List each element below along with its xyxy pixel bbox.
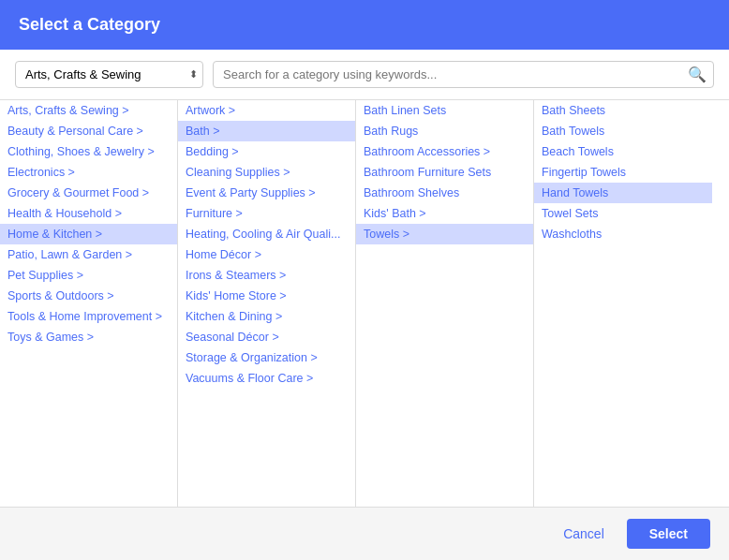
list-item[interactable]: Pet Supplies > xyxy=(0,265,177,286)
list-item[interactable]: Toys & Games > xyxy=(0,327,177,347)
footer: Cancel Select xyxy=(0,507,729,560)
list-item[interactable]: Furniture > xyxy=(178,203,355,224)
list-item[interactable]: Hand Towels xyxy=(534,183,712,203)
search-wrap: 🔍 xyxy=(213,61,714,88)
list-item[interactable]: Health & Household > xyxy=(0,203,177,224)
list-item[interactable]: Bath Rugs xyxy=(356,121,533,141)
list-item[interactable]: Kids' Home Store > xyxy=(178,286,355,306)
list-item[interactable]: Electronics > xyxy=(0,162,177,183)
list-item[interactable]: Heating, Cooling & Air Quali... xyxy=(178,224,355,244)
select-category-modal: Select a Category Arts, Crafts & SewingB… xyxy=(0,0,729,560)
list-item[interactable]: Sports & Outdoors > xyxy=(0,286,177,306)
list-item[interactable]: Beauty & Personal Care > xyxy=(0,121,177,141)
columns-container: Arts, Crafts & Sewing >Beauty & Personal… xyxy=(0,100,729,507)
list-item[interactable]: Event & Party Supplies > xyxy=(178,183,355,203)
list-item[interactable]: Patio, Lawn & Garden > xyxy=(0,244,177,265)
list-item[interactable]: Home & Kitchen > xyxy=(0,224,177,244)
list-item[interactable]: Kitchen & Dining > xyxy=(178,306,355,327)
list-item[interactable]: Irons & Steamers > xyxy=(178,265,355,286)
column-col4: Bath SheetsBath TowelsBeach TowelsFinger… xyxy=(534,100,712,507)
list-item[interactable]: Bath Linen Sets xyxy=(356,100,533,121)
list-item[interactable]: Seasonal Décor > xyxy=(178,327,355,347)
list-item[interactable]: Kids' Bath > xyxy=(356,203,533,224)
list-item[interactable]: Bathroom Accessories > xyxy=(356,141,533,162)
list-item[interactable]: Grocery & Gourmet Food > xyxy=(0,183,177,203)
column-col2: Artwork >Bath >Bedding >Cleaning Supplie… xyxy=(178,100,356,507)
modal-title: Select a Category xyxy=(19,15,160,34)
columns-scroll-area[interactable]: Arts, Crafts & Sewing >Beauty & Personal… xyxy=(0,100,729,507)
search-button[interactable]: 🔍 xyxy=(688,66,707,83)
cancel-button[interactable]: Cancel xyxy=(552,519,616,549)
column-col3: Bath Linen SetsBath RugsBathroom Accesso… xyxy=(356,100,534,507)
list-item[interactable]: Bath > xyxy=(178,121,355,141)
list-item[interactable]: Clothing, Shoes & Jewelry > xyxy=(0,141,177,162)
list-item[interactable]: Bedding > xyxy=(178,141,355,162)
search-input[interactable] xyxy=(213,61,714,88)
list-item[interactable]: Beach Towels xyxy=(534,141,712,162)
list-item[interactable]: Bath Sheets xyxy=(534,100,712,121)
category-dropdown-wrap: Arts, Crafts & SewingBeauty & Personal C… xyxy=(15,61,203,88)
list-item[interactable]: Bathroom Shelves xyxy=(356,183,533,203)
list-item[interactable]: Towels > xyxy=(356,224,533,244)
list-item[interactable]: Vacuums & Floor Care > xyxy=(178,368,355,389)
column-col1: Arts, Crafts & Sewing >Beauty & Personal… xyxy=(0,100,178,507)
list-item[interactable]: Tools & Home Improvement > xyxy=(0,306,177,327)
list-item[interactable]: Fingertip Towels xyxy=(534,162,712,183)
select-button[interactable]: Select xyxy=(627,519,710,549)
list-item[interactable]: Arts, Crafts & Sewing > xyxy=(0,100,177,121)
list-item[interactable]: Artwork > xyxy=(178,100,355,121)
list-item[interactable]: Home Décor > xyxy=(178,244,355,265)
list-item[interactable]: Storage & Organization > xyxy=(178,347,355,368)
category-dropdown[interactable]: Arts, Crafts & SewingBeauty & Personal C… xyxy=(15,61,203,88)
list-item[interactable]: Washcloths xyxy=(534,224,712,244)
toolbar: Arts, Crafts & SewingBeauty & Personal C… xyxy=(0,50,729,100)
modal-header: Select a Category xyxy=(0,0,729,50)
list-item[interactable]: Cleaning Supplies > xyxy=(178,162,355,183)
list-item[interactable]: Bathroom Furniture Sets xyxy=(356,162,533,183)
list-item[interactable]: Bath Towels xyxy=(534,121,712,141)
list-item[interactable]: Towel Sets xyxy=(534,203,712,224)
